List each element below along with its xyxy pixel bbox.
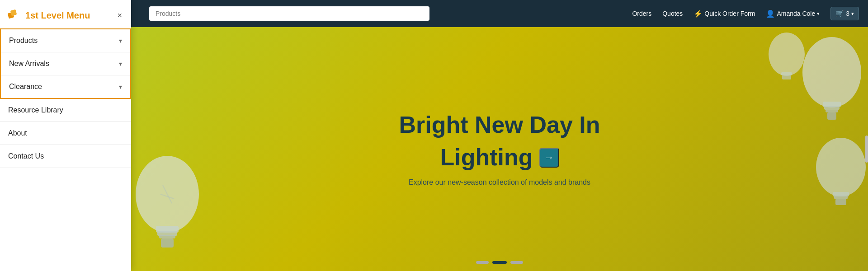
hero-title: Bright New Day In Lighting → bbox=[337, 112, 662, 171]
sidebar-item-clearance[interactable]: Clearance ▾ bbox=[1, 75, 130, 98]
hero-title-line1: Bright New Day In bbox=[337, 112, 662, 139]
menu-item-label: About bbox=[8, 129, 27, 137]
menu-items-list: Products ▾ New Arrivals ▾ Clearance ▾ Re… bbox=[0, 28, 131, 271]
svg-rect-11 bbox=[824, 106, 840, 110]
carousel-dot-1[interactable] bbox=[476, 261, 489, 264]
hero-title-line2: Lighting bbox=[440, 144, 533, 171]
sidebar-item-about[interactable]: About bbox=[0, 122, 131, 145]
hero-cta-button[interactable]: → bbox=[539, 148, 559, 168]
logo-icon bbox=[7, 8, 22, 23]
user-icon: 👤 bbox=[766, 9, 775, 18]
sidebar-header: 1st Level Menu × bbox=[0, 0, 131, 28]
chevron-down-icon: ▾ bbox=[851, 11, 854, 17]
svg-point-14 bbox=[816, 138, 866, 196]
menu-item-label: Products bbox=[9, 37, 38, 45]
hero-subtitle: Explore our new-season collection of mod… bbox=[337, 178, 662, 187]
bulb-right-decoration bbox=[732, 27, 868, 271]
svg-rect-6 bbox=[161, 238, 174, 248]
lightning-icon: ⚡ bbox=[693, 9, 703, 18]
chevron-down-icon: ▾ bbox=[119, 37, 122, 44]
sidebar-item-resource-library[interactable]: Resource Library bbox=[0, 99, 131, 122]
user-menu[interactable]: 👤 Amanda Cole ▾ bbox=[766, 9, 820, 18]
highlighted-menu-section: Products ▾ New Arrivals ▾ Clearance ▾ bbox=[0, 28, 131, 99]
cart-icon: 🛒 bbox=[835, 9, 844, 18]
orders-link[interactable]: Orders bbox=[632, 10, 651, 17]
search-area[interactable] bbox=[149, 6, 429, 21]
close-button[interactable]: × bbox=[115, 9, 124, 22]
carousel-dot-3[interactable] bbox=[510, 261, 523, 264]
chevron-down-icon: ▾ bbox=[119, 83, 122, 90]
sidebar-title-area: 1st Level Menu bbox=[7, 8, 90, 23]
nav-actions: Orders Quotes ⚡ Quick Order Form 👤 Amand… bbox=[632, 7, 859, 20]
bulb-left-decoration bbox=[131, 126, 212, 271]
menu-item-label: New Arrivals bbox=[9, 60, 49, 68]
sidebar-item-products[interactable]: Products ▾ bbox=[1, 29, 130, 52]
svg-point-18 bbox=[769, 33, 805, 76]
svg-rect-20 bbox=[782, 75, 791, 79]
menu-item-label: Resource Library bbox=[8, 106, 63, 114]
svg-rect-13 bbox=[827, 112, 836, 120]
quick-order-link[interactable]: ⚡ Quick Order Form bbox=[693, 9, 755, 18]
sidebar-item-new-arrivals[interactable]: New Arrivals ▾ bbox=[1, 52, 130, 75]
menu-item-label: Clearance bbox=[9, 83, 42, 91]
svg-rect-5 bbox=[159, 235, 175, 238]
svg-rect-12 bbox=[826, 110, 838, 112]
svg-rect-19 bbox=[781, 72, 792, 75]
arrow-right-icon: → bbox=[544, 152, 554, 164]
svg-rect-16 bbox=[834, 196, 848, 199]
carousel-dots bbox=[476, 261, 523, 264]
cart-button[interactable]: 🛒 3 ▾ bbox=[830, 7, 859, 20]
svg-point-9 bbox=[802, 37, 861, 107]
scroll-indicator bbox=[865, 136, 868, 163]
svg-rect-17 bbox=[835, 199, 846, 205]
hero-banner: Bright New Day In Lighting → Explore our… bbox=[131, 27, 868, 271]
sidebar-item-contact-us[interactable]: Contact Us bbox=[0, 145, 131, 168]
quotes-link[interactable]: Quotes bbox=[662, 10, 683, 17]
menu-item-label: Contact Us bbox=[8, 152, 44, 160]
sidebar-title-text: 1st Level Menu bbox=[25, 10, 90, 21]
search-input[interactable] bbox=[149, 6, 429, 21]
sidebar-drawer: 1st Level Menu × Products ▾ New Arrivals… bbox=[0, 0, 131, 271]
chevron-down-icon: ▾ bbox=[817, 11, 820, 17]
carousel-dot-2[interactable] bbox=[492, 261, 507, 264]
hero-content: Bright New Day In Lighting → Explore our… bbox=[337, 112, 662, 187]
chevron-down-icon: ▾ bbox=[119, 60, 122, 67]
